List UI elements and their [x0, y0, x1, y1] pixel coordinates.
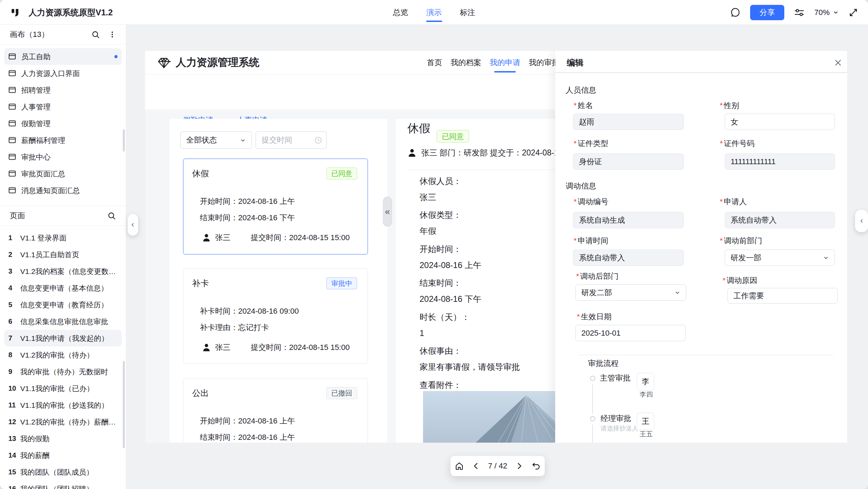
- request-card-leave[interactable]: 休假 已同意 开始时间：2024-08-16 上午 结束时间：2024-08-1…: [183, 159, 368, 254]
- step-person: 王五: [640, 431, 653, 437]
- page-item-14[interactable]: 14我的薪酬: [4, 447, 122, 464]
- field-label-gender: 性别: [720, 102, 739, 109]
- request-detail-panel: 休假 已同意 张三 部门：研发部 提交于：2024-08-1 休假人员：张三 休…: [396, 119, 555, 443]
- status-badge: 已撤回: [326, 387, 357, 399]
- page-item-1[interactable]: 1V1.1 登录界面: [4, 229, 122, 246]
- page-item-5[interactable]: 5信息变更申请（教育经历）: [4, 296, 122, 313]
- search-icon[interactable]: [91, 30, 100, 39]
- page-item-2[interactable]: 2V1.1员工自助首页: [4, 246, 122, 263]
- more-kebab-icon[interactable]: [108, 31, 116, 38]
- canvas-item-hr-entry[interactable]: 人力资源入口界面: [4, 65, 122, 82]
- pages-list-title: 页面: [10, 212, 25, 220]
- input-apply-time[interactable]: 系统自动带入: [573, 250, 684, 266]
- select-to-dept[interactable]: 研发二部: [575, 284, 686, 301]
- tab-annotate[interactable]: 标注: [460, 0, 475, 25]
- hr-gem-logo-icon: [157, 56, 171, 70]
- field-value: 家里有事请假，请领导审批: [420, 363, 520, 371]
- hr-nav-my-profile[interactable]: 我的档案: [449, 51, 483, 75]
- step-hint[interactable]: 请选择抄送人: [601, 425, 638, 431]
- hr-nav-my-requests[interactable]: 我的申请: [488, 51, 522, 75]
- collapse-sidebar-handle[interactable]: [128, 214, 138, 236]
- canvas-item-employee-self-service[interactable]: 员工自助: [4, 48, 122, 65]
- canvas-item-personnel[interactable]: 人事管理: [4, 98, 122, 115]
- page-item-9[interactable]: 9我的审批（待办）无数据时: [4, 363, 122, 380]
- attachment-image[interactable]: [423, 391, 555, 443]
- page-item-6[interactable]: 6信息采集信息审批信息审批: [4, 313, 122, 330]
- page-item-10[interactable]: 10V1.1我的审批（已办）: [4, 380, 122, 397]
- hr-app-title: 人力资源管理系统: [176, 57, 259, 68]
- page-item-7[interactable]: 7V1.1我的申请（我发起的）: [4, 330, 122, 346]
- zoom-control[interactable]: 70%: [814, 9, 839, 16]
- avatar[interactable]: 李: [637, 373, 654, 390]
- person-icon: [202, 233, 211, 242]
- canvas-item-recruiting[interactable]: 招聘管理: [4, 82, 122, 98]
- frame-icon: [8, 86, 16, 93]
- field-value: 年假: [420, 227, 461, 235]
- input-id-type[interactable]: 身份证: [573, 153, 684, 170]
- page-item-13[interactable]: 13我的假勤: [4, 430, 122, 447]
- share-button[interactable]: 分享: [750, 5, 784, 20]
- frame-icon: [8, 137, 16, 144]
- search-icon[interactable]: [107, 212, 116, 220]
- step-connector: [592, 425, 593, 443]
- canvas-item-approval-center[interactable]: 审批中心: [4, 148, 122, 165]
- select-from-dept[interactable]: 研发一部: [725, 250, 835, 266]
- status-filter-select[interactable]: 全部状态: [180, 131, 252, 149]
- request-card-punch-fix[interactable]: 补卡 审批中 补卡时间：2024-08-16 09:00 补卡理由：忘记打卡 张…: [183, 268, 368, 364]
- close-icon[interactable]: [832, 57, 844, 68]
- request-card-business-out[interactable]: 公出 已撤回 开始时间：2024-08-16 上午 结束时间：2024-08-1…: [183, 378, 368, 443]
- mode-tabs: 总览 演示 标注: [393, 0, 475, 25]
- sidebar-scrollbar[interactable]: [123, 129, 125, 152]
- person-icon: [407, 148, 417, 158]
- restart-icon[interactable]: [531, 461, 541, 471]
- tab-overview[interactable]: 总览: [393, 0, 408, 25]
- home-icon[interactable]: [454, 461, 464, 471]
- canvas-item-approval-pages[interactable]: 审批页面汇总: [4, 165, 122, 182]
- canvas-item-attendance[interactable]: 假勤管理: [4, 115, 122, 132]
- canvas-list-title: 画布（13）: [10, 31, 49, 38]
- field-label-from-dept: 调动前部门: [720, 237, 762, 245]
- page-item-11[interactable]: 11V1.1我的审批（抄送我的）: [4, 397, 122, 413]
- page-item-8[interactable]: 8V1.2我的审批（待办）: [4, 346, 122, 363]
- chevron-down-icon: [674, 290, 680, 296]
- field-value: 1: [420, 329, 470, 337]
- input-applicant[interactable]: 系统自动带入: [725, 212, 835, 228]
- input-reason[interactable]: 工作需要: [727, 288, 838, 304]
- page-item-16[interactable]: 16我的团队（团队招聘）: [4, 480, 122, 489]
- card-title: 公出: [192, 389, 209, 397]
- divider: [578, 355, 833, 355]
- expand-right-panel-handle[interactable]: [855, 210, 868, 232]
- prev-page-icon[interactable]: [472, 462, 480, 470]
- avatar[interactable]: 王: [637, 413, 654, 430]
- input-id-number[interactable]: 111111111111: [725, 153, 835, 170]
- fullscreen-icon[interactable]: [848, 8, 858, 17]
- field-label: 休假人员：: [420, 177, 461, 185]
- input-transfer-no[interactable]: 系统自动生成: [573, 212, 684, 228]
- next-page-icon[interactable]: [515, 462, 523, 470]
- submitter-name: 张三: [215, 344, 231, 351]
- chevron-down-icon: [823, 255, 829, 261]
- frame-icon: [8, 53, 16, 60]
- page-item-3[interactable]: 3V1.2我的档案（信息变更数据...: [4, 263, 122, 280]
- clock-icon: [314, 136, 322, 144]
- field-label-id-type: 证件类型: [574, 140, 609, 147]
- collapse-list-handle[interactable]: «: [383, 197, 392, 227]
- settings-sliders-icon[interactable]: [794, 7, 805, 18]
- top-bar: 人力资源系统原型V1.2 总览 演示 标注 分享 70%: [0, 0, 868, 25]
- pages-scrollbar[interactable]: [123, 361, 125, 448]
- hr-nav-home[interactable]: 首页: [425, 51, 444, 75]
- step-name: 经理审批: [601, 415, 631, 422]
- input-effective-date[interactable]: 2025-10-01: [575, 325, 686, 341]
- canvas-item-notification-pages[interactable]: 消息通知页面汇总: [4, 182, 122, 199]
- app-window: 人力资源系统原型V1.2 总览 演示 标注 分享 70%: [0, 0, 868, 489]
- page-item-4[interactable]: 4信息变更申请（基本信息）: [4, 280, 122, 296]
- section-person-info: 人员信息: [566, 86, 596, 94]
- input-name[interactable]: 赵雨: [573, 114, 684, 130]
- tab-present[interactable]: 演示: [427, 0, 442, 25]
- canvas-item-compensation[interactable]: 薪酬福利管理: [4, 132, 122, 148]
- comment-icon[interactable]: [730, 7, 740, 17]
- field-label-id-number: 证件号码: [720, 140, 755, 147]
- page-item-12[interactable]: 12V1.2我的审批（待办）薪酬活...: [4, 413, 122, 430]
- page-item-15[interactable]: 15我的团队（团队成员）: [4, 464, 122, 480]
- input-gender[interactable]: 女: [725, 114, 835, 130]
